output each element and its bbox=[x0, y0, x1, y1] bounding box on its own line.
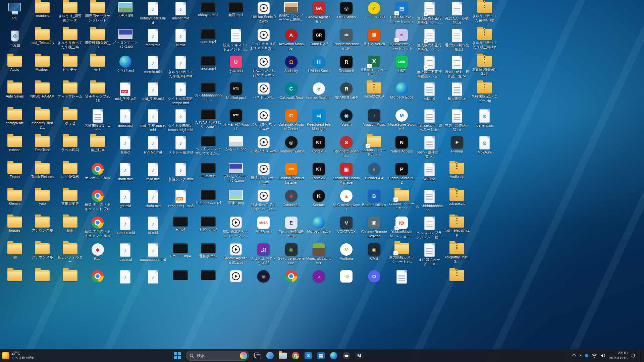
desktop-icon[interactable]: midi_Telepathy.zip bbox=[443, 217, 470, 243]
desktop-icon[interactable]: FFymmp bbox=[443, 136, 470, 162]
desktop-icon[interactable]: PPiapro Studio NT2 bbox=[388, 163, 415, 189]
desktop-icon[interactable]: きゅうり食ってた午後三時.zip bbox=[471, 29, 498, 55]
desktop-icon[interactable]: ≈↗JQuake.exe - ショートカット bbox=[388, 29, 415, 55]
desktop-icon[interactable] bbox=[112, 270, 139, 296]
desktop-icon[interactable] bbox=[57, 270, 84, 296]
desktop-icon[interactable] bbox=[1, 270, 28, 296]
desktop-icon[interactable]: NNative Access bbox=[388, 136, 415, 162]
desktop-icon[interactable]: くらび.xml bbox=[112, 56, 139, 82]
desktop-icon[interactable]: きゅうり食ってた午後三時 bbox=[57, 29, 84, 55]
desktop-icon[interactable]: ◎OBS Studio bbox=[333, 2, 360, 28]
desktop-icon[interactable] bbox=[222, 270, 249, 296]
desktop-icon[interactable]: 新しいフォルダー bbox=[57, 243, 84, 269]
desktop-icon[interactable]: AActivation Manager bbox=[278, 29, 305, 55]
desktop-icon[interactable]: NKSC_PARAM bbox=[29, 82, 56, 109]
desktop-icon[interactable]: VVOICEVOX bbox=[333, 217, 360, 243]
clock[interactable]: 23:10 2025/08/16 bbox=[609, 351, 628, 360]
desktop-icon[interactable]: Groove Agent SE 01.wav bbox=[222, 243, 249, 269]
desktop-icon[interactable]: ohhayo-.mp4 bbox=[195, 2, 222, 28]
desktop-icon[interactable]: ▤↗HDDFMT.exe - ショートカット bbox=[388, 2, 415, 28]
desktop-icon[interactable]: 小銭詰まり.wav bbox=[250, 136, 277, 162]
taskbar-app-m-app[interactable]: M bbox=[354, 350, 365, 361]
taskbar-app-widgets[interactable] bbox=[264, 350, 276, 361]
desktop-icon[interactable]: 営業日変更 bbox=[57, 190, 84, 216]
desktop-icon[interactable]: meroin.mid bbox=[140, 56, 166, 82]
hidden-icons-chevron-icon[interactable] bbox=[571, 354, 576, 358]
desktop-icon[interactable]: ◉CMS bbox=[361, 243, 387, 269]
desktop-icon[interactable]: umibet.mid bbox=[167, 2, 194, 28]
desktop-icon[interactable]: ♪Amazon Music bbox=[361, 109, 387, 135]
desktop-icon[interactable]: アナウンス冬 bbox=[29, 243, 56, 269]
desktop-icon[interactable]: ▲VLC media player bbox=[333, 190, 360, 216]
desktop-icon[interactable]: Microsoft Edge bbox=[388, 82, 415, 109]
desktop-icon[interactable]: 選択肢.mp4 bbox=[195, 243, 222, 269]
desktop-icon[interactable]: sfzPlogue sforzando x64 bbox=[333, 29, 360, 55]
desktop-icon[interactable]: 最新 bbox=[57, 217, 84, 243]
desktop-icon[interactable] bbox=[140, 270, 166, 296]
tray-app-icon-2[interactable] bbox=[585, 354, 588, 357]
desktop-icon[interactable]: Microsoft Edge bbox=[305, 217, 332, 243]
desktop-icon[interactable]: MoZAMoZA.exe bbox=[250, 217, 277, 243]
desktop-icon[interactable]: メドレー風.mid bbox=[167, 136, 194, 162]
desktop-icon[interactable]: aorin.mid bbox=[112, 109, 139, 135]
desktop-icon[interactable]: Images bbox=[1, 217, 28, 243]
desktop-icon[interactable]: ◎Controller Editor bbox=[278, 136, 305, 162]
desktop-icon[interactable]: b.mid bbox=[112, 136, 139, 162]
wifi-icon[interactable] bbox=[592, 353, 597, 358]
desktop-icon[interactable]: パストラ.wav bbox=[250, 82, 277, 109]
desktop-icon[interactable]: 新規 テキストドキュメント.musicxml bbox=[222, 29, 249, 55]
desktop-icon[interactable]: KTKontakt 7 bbox=[305, 136, 332, 162]
desktop-icon[interactable]: 孤独なインディーゲーム開発者の一生… bbox=[278, 2, 305, 28]
desktop-icon[interactable]: 65407.jpg bbox=[112, 2, 139, 28]
desktop-icon[interactable]: ↗9.5.xlsx - ショートカット bbox=[361, 56, 387, 82]
start-button[interactable] bbox=[172, 350, 183, 361]
desktop-icon[interactable]: uaaaaaaaaa.mid bbox=[140, 243, 166, 269]
desktop-icon[interactable]: 無題 - 親作品一覧.txt bbox=[443, 109, 470, 135]
desktop-icon[interactable]: 画像1.png bbox=[222, 190, 249, 216]
desktop-icon[interactable]: ●Blender 4.4 bbox=[361, 163, 387, 189]
desktop-icon[interactable] bbox=[195, 270, 222, 296]
volume-icon[interactable] bbox=[600, 353, 606, 358]
desktop-icon[interactable]: WIFI.txt bbox=[416, 163, 443, 189]
desktop-icon[interactable]: タイトル未設定.tempo.orig1.mid bbox=[167, 109, 194, 135]
desktop-icon[interactable]: わかりやす.mp3 bbox=[167, 190, 194, 216]
desktop-icon[interactable]: eInternet Explorer bbox=[305, 82, 332, 109]
desktop-icon[interactable]: かるーく.png bbox=[222, 136, 249, 162]
desktop-icon[interactable] bbox=[443, 270, 470, 296]
desktop-icon[interactable]: ↗無人販売不正行為画像 - ショートカッ… bbox=[416, 2, 443, 28]
desktop-icon[interactable]: CCakewalk Next bbox=[278, 82, 305, 109]
desktop-icon[interactable]: ◉ bbox=[250, 270, 277, 296]
desktop-icon[interactable]: LINELINE bbox=[388, 56, 415, 82]
desktop-icon[interactable]: 路上駐車 bbox=[84, 136, 111, 162]
desktop-icon[interactable]: 001_東北きりたん（ノーマル）_今じゃ… bbox=[222, 217, 249, 243]
desktop-icon[interactable]: 調査練習(失敗)_3 bbox=[84, 29, 111, 55]
desktop-icon[interactable]: mid_学校.pdf bbox=[112, 82, 139, 109]
desktop-icon[interactable]: ◆Cubase 14 bbox=[278, 190, 305, 216]
desktop-icon[interactable]: 新規 テキストドキュメント (2).html bbox=[84, 190, 111, 216]
desktop-icon[interactable]: CCakewalk Product Center bbox=[278, 109, 305, 135]
desktop-icon[interactable]: 羽尻へ.mp4 bbox=[195, 217, 222, 243]
desktop-icon[interactable]: xl.mid bbox=[167, 29, 194, 55]
desktop-icon[interactable]: Mixdown bbox=[29, 56, 56, 82]
desktop-icon[interactable]: dram.mid bbox=[112, 163, 139, 189]
desktop-icon[interactable]: ↗backup - ショートカット bbox=[361, 136, 387, 162]
desktop-icon[interactable]: Gemini bbox=[1, 190, 28, 216]
desktop-icon[interactable]: 答え知ってでもむずいわこれ.wav bbox=[250, 190, 277, 216]
desktop-icon[interactable]: フォトフレーム bbox=[57, 82, 84, 109]
desktop-icon[interactable]: KKontakt bbox=[305, 190, 332, 216]
desktop-icon[interactable]: ▤Keepforest File Manager bbox=[305, 109, 332, 135]
desktop-icon[interactable]: ◁)) bbox=[333, 270, 360, 296]
desktop-icon[interactable]: ずんだもん_しおかぜふ.wav bbox=[250, 56, 277, 82]
desktop-icon[interactable]: ぷぷよぷよ™テトリス®2 bbox=[250, 243, 277, 269]
desktop-icon[interactable]: おっhhhhhhhhhhhh… bbox=[416, 190, 443, 216]
tray-app-icon-1[interactable]: × bbox=[579, 353, 582, 358]
desktop-icon[interactable]: ヘッドフォンはずしててよかが.mp4 bbox=[195, 136, 222, 162]
desktop-icon[interactable]: hamusu.mid bbox=[112, 217, 139, 243]
desktop-icon[interactable]: まにほにわーど！.txt bbox=[416, 243, 443, 269]
desktop-icon[interactable]: rajio.mid bbox=[140, 163, 166, 189]
desktop-icon[interactable]: タイトル未設定.tempo.mid bbox=[167, 82, 194, 109]
desktop-icon[interactable]: ゆ↗YukkuriMovieM… - ショートカット bbox=[388, 217, 415, 243]
desktop-icon[interactable]: ♪ bbox=[305, 270, 332, 296]
desktop-icon[interactable]: Telepathy_Inst_2… bbox=[443, 243, 470, 269]
desktop-icon[interactable]: ゆうと bbox=[57, 109, 84, 135]
